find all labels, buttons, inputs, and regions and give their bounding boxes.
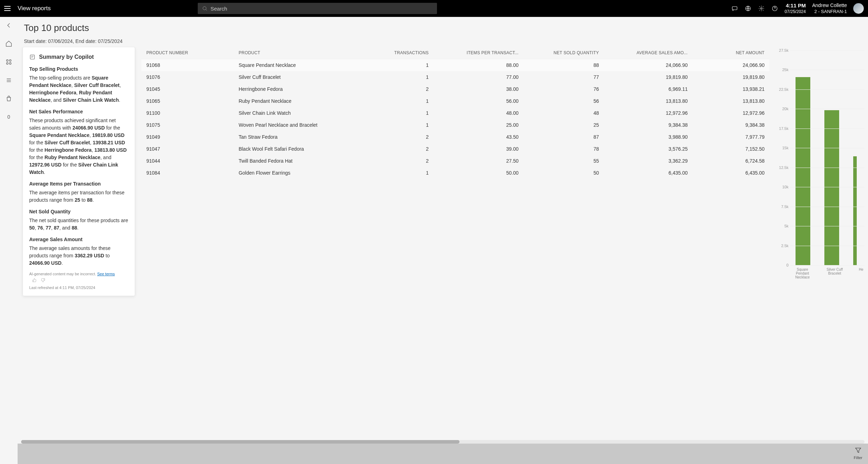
gridline	[790, 70, 864, 70]
gridline	[790, 128, 864, 129]
bag-icon[interactable]	[5, 94, 13, 103]
table-row[interactable]: 91049Tan Straw Fedora243.50873,988.907,9…	[141, 131, 769, 143]
avatar[interactable]	[853, 3, 864, 14]
filter-label: Filter	[854, 456, 862, 460]
home-icon[interactable]	[5, 39, 13, 48]
clock-time: 4:11 PM	[785, 2, 806, 9]
table-row[interactable]: 91065Ruby Pendant Necklace156.005613,813…	[141, 95, 769, 107]
user-name: Andrew Collette	[812, 2, 847, 8]
col-net-sold-qty[interactable]: NET SOLD QUANTITY	[524, 47, 604, 59]
search-icon	[202, 6, 208, 11]
cell-transactions: 1	[367, 119, 433, 131]
cell-product: Silver Cuff Bracelet	[234, 71, 367, 83]
table-row[interactable]: 91075Woven Pearl Necklace and Bracelet12…	[141, 119, 769, 131]
gridline	[790, 89, 864, 90]
chart-panel: 27.5k25k22.5k20k17.5k15k12.5k10k7.5k5k2.…	[769, 47, 868, 444]
copilot-s3-title: Average Items per Transaction	[29, 180, 128, 188]
copilot-s4-text: The net sold quantities for these produc…	[29, 217, 128, 232]
hamburger-icon[interactable]	[4, 5, 11, 12]
cell-items-per-trans: 39.00	[433, 143, 524, 155]
chart-bar[interactable]	[824, 110, 839, 265]
cell-avg-sales: 6,435.00	[604, 167, 692, 179]
cell-items-per-trans: 27.50	[433, 155, 524, 167]
gridline	[790, 50, 864, 51]
cell-net-amount: 12,972.96	[692, 107, 769, 119]
search-input[interactable]	[210, 6, 433, 12]
gear-icon[interactable]	[758, 5, 765, 12]
cell-product: Herringbone Fedora	[234, 83, 367, 95]
horizontal-scrollbar[interactable]	[21, 440, 864, 444]
col-items-per-trans[interactable]: ITEMS PER TRANSACT...	[433, 47, 524, 59]
cell-items-per-trans: 43.50	[433, 131, 524, 143]
left-nav: 0	[0, 17, 18, 464]
table-row[interactable]: 91076Silver Cuff Bracelet177.007719,819.…	[141, 71, 769, 83]
search-box[interactable]	[198, 3, 437, 14]
cell-product-number: 91065	[141, 95, 234, 107]
copilot-disclaimer: AI-generated content may be incorrect.	[29, 272, 97, 276]
cell-avg-sales: 12,972.96	[604, 107, 692, 119]
cell-avg-sales: 24,066.90	[604, 59, 692, 71]
user-block[interactable]: Andrew Collette 2 - SANFRAN-1	[812, 2, 847, 14]
gridline	[790, 109, 864, 109]
col-net-amount[interactable]: NET AMOUNT	[692, 47, 769, 59]
copilot-title: Summary by Copilot	[39, 53, 94, 61]
cell-items-per-trans: 88.00	[433, 59, 524, 71]
back-icon[interactable]	[5, 21, 13, 30]
copilot-s2-title: Net Sales Performance	[29, 108, 128, 115]
cell-product-number: 91100	[141, 107, 234, 119]
cell-product-number: 91049	[141, 131, 234, 143]
apps-icon[interactable]	[5, 58, 13, 66]
cell-net-sold-qty: 50	[524, 167, 604, 179]
table-row[interactable]: 91047Black Wool Felt Safari Fedora239.00…	[141, 143, 769, 155]
copilot-s3-text: The average items per transaction for th…	[29, 189, 128, 204]
cell-net-amount: 13,938.21	[692, 83, 769, 95]
cell-net-amount: 6,724.58	[692, 155, 769, 167]
cell-transactions: 2	[367, 155, 433, 167]
svg-rect-2	[732, 7, 737, 10]
help-icon[interactable]	[771, 5, 778, 12]
col-avg-sales[interactable]: AVERAGE SALES AMO...	[604, 47, 692, 59]
svg-point-0	[203, 7, 206, 10]
cell-net-amount: 19,819.80	[692, 71, 769, 83]
cell-product: Twill Banded Fedora Hat	[234, 155, 367, 167]
col-transactions[interactable]: TRANSACTIONS	[367, 47, 433, 59]
cell-net-sold-qty: 78	[524, 143, 604, 155]
cell-product: Woven Pearl Necklace and Bracelet	[234, 119, 367, 131]
globe-icon[interactable]	[745, 5, 752, 12]
products-table: PRODUCT NUMBER PRODUCT TRANSACTIONS ITEM…	[141, 47, 769, 444]
svg-point-8	[6, 63, 8, 64]
chart-bar[interactable]	[796, 77, 810, 265]
nav-zero[interactable]: 0	[5, 113, 13, 121]
y-tick: 2.5k	[781, 244, 788, 248]
table-row[interactable]: 91044Twill Banded Fedora Hat227.50553,36…	[141, 155, 769, 167]
scrollbar-thumb[interactable]	[21, 440, 460, 444]
thumbs-down-icon[interactable]	[40, 278, 45, 283]
table-row[interactable]: 91045Herringbone Fedora238.00766,969.111…	[141, 83, 769, 95]
y-tick: 7.5k	[781, 205, 788, 209]
cell-items-per-trans: 38.00	[433, 83, 524, 95]
cell-product-number: 91075	[141, 119, 234, 131]
thumbs-up-icon[interactable]	[32, 278, 37, 283]
chat-icon[interactable]	[731, 5, 738, 12]
list-icon[interactable]	[5, 76, 13, 84]
gridline	[790, 148, 864, 148]
cell-net-sold-qty: 25	[524, 119, 604, 131]
cell-transactions: 1	[367, 95, 433, 107]
table-row[interactable]: 91100Silver Chain Link Watch148.004812,9…	[141, 107, 769, 119]
filter-button[interactable]: Filter	[854, 446, 862, 460]
cell-net-amount: 9,384.38	[692, 119, 769, 131]
col-product[interactable]: PRODUCT	[234, 47, 367, 59]
user-location: 2 - SANFRAN-1	[812, 9, 847, 15]
cell-net-amount: 13,813.80	[692, 95, 769, 107]
cell-product: Black Wool Felt Safari Fedora	[234, 143, 367, 155]
cell-transactions: 2	[367, 83, 433, 95]
copilot-card: Summary by Copilot Top Selling Products …	[23, 47, 135, 296]
table-row[interactable]: 91068Square Pendant Necklace188.008824,0…	[141, 59, 769, 71]
y-tick: 12.5k	[779, 165, 788, 170]
chart-bar[interactable]	[853, 156, 857, 265]
cell-product-number: 91047	[141, 143, 234, 155]
col-product-number[interactable]: PRODUCT NUMBER	[141, 47, 234, 59]
see-terms-link[interactable]: See terms	[97, 272, 115, 276]
cell-product-number: 91044	[141, 155, 234, 167]
table-row[interactable]: 91084Golden Flower Earrings150.00506,435…	[141, 167, 769, 179]
